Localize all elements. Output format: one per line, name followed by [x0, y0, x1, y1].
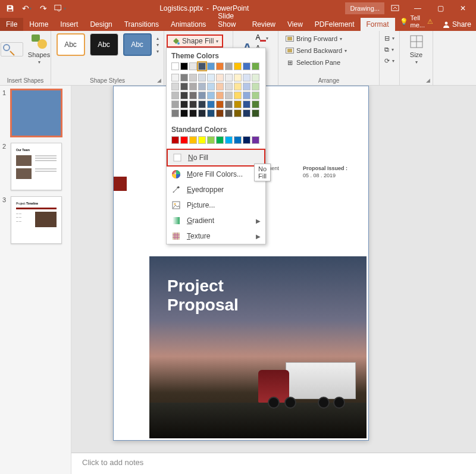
color-swatch[interactable]: [180, 74, 188, 81]
shape-style-preset-3[interactable]: Abc: [123, 33, 152, 56]
selection-pane-button[interactable]: ⊞Selection Pane: [283, 57, 343, 68]
dialog-launcher-size[interactable]: ◢: [424, 77, 431, 84]
color-swatch[interactable]: [180, 62, 188, 70]
color-swatch[interactable]: [180, 83, 188, 90]
tab-animations[interactable]: Animations: [165, 18, 212, 31]
tab-design[interactable]: Design: [84, 18, 118, 31]
color-swatch[interactable]: [225, 74, 233, 81]
text-fill-button[interactable]: A▾: [255, 33, 268, 42]
align-button[interactable]: ⊟▾: [382, 33, 397, 43]
send-backward-button[interactable]: Send Backward ▾: [283, 45, 349, 56]
shape-style-preset-2[interactable]: Abc: [90, 33, 118, 56]
color-swatch[interactable]: [198, 101, 206, 108]
edit-shape-button[interactable]: [0, 42, 24, 56]
color-swatch[interactable]: [207, 74, 215, 81]
shapes-gallery-button[interactable]: Shapes▾: [27, 33, 51, 65]
color-swatch[interactable]: [198, 83, 206, 90]
color-swatch[interactable]: [180, 101, 188, 108]
color-swatch[interactable]: [252, 109, 259, 117]
color-swatch[interactable]: [198, 136, 206, 144]
no-fill-item[interactable]: No Fill: [167, 149, 265, 167]
color-swatch[interactable]: [207, 62, 215, 70]
notes-pane[interactable]: Click to add notes: [71, 453, 476, 474]
color-swatch[interactable]: [189, 83, 197, 90]
color-swatch[interactable]: [198, 62, 206, 70]
color-swatch[interactable]: [243, 92, 250, 99]
color-swatch[interactable]: [234, 92, 242, 99]
save-icon[interactable]: [2, 1, 18, 15]
color-swatch[interactable]: [207, 109, 215, 117]
color-swatch[interactable]: [234, 83, 242, 90]
color-swatch[interactable]: [198, 109, 206, 117]
color-swatch[interactable]: [225, 109, 233, 117]
color-swatch[interactable]: [243, 74, 250, 81]
color-swatch[interactable]: [234, 74, 242, 81]
color-swatch[interactable]: [189, 109, 197, 117]
color-swatch[interactable]: [180, 136, 188, 144]
slide-thumbnail-2[interactable]: Our Team: [11, 143, 62, 190]
color-swatch[interactable]: [171, 101, 179, 108]
close-icon[interactable]: ✕: [452, 1, 474, 15]
color-swatch[interactable]: [234, 109, 242, 117]
color-swatch[interactable]: [252, 101, 259, 108]
color-swatch[interactable]: [225, 62, 233, 70]
color-swatch[interactable]: [225, 83, 233, 90]
color-swatch[interactable]: [225, 101, 233, 108]
color-swatch[interactable]: [171, 62, 179, 70]
color-swatch[interactable]: [180, 109, 188, 117]
color-swatch[interactable]: [252, 62, 259, 70]
more-fill-colors-item[interactable]: More Fill Colors...: [167, 167, 265, 182]
color-swatch[interactable]: [189, 101, 197, 108]
color-swatch[interactable]: [198, 74, 206, 81]
color-swatch[interactable]: [252, 74, 259, 81]
color-swatch[interactable]: [216, 92, 224, 99]
tab-file[interactable]: File: [0, 18, 23, 31]
slide-thumbnail-pane[interactable]: 1 2 Our Team 3 Project Timeline — —— ——: [0, 86, 71, 474]
rotate-button[interactable]: ⟳▾: [382, 56, 397, 66]
tab-pdfelement[interactable]: PDFelement: [309, 18, 361, 31]
tab-review[interactable]: Review: [246, 18, 281, 31]
color-swatch[interactable]: [216, 109, 224, 117]
color-swatch[interactable]: [207, 136, 215, 144]
eyedropper-item[interactable]: Eyedropper: [167, 182, 265, 197]
picture-item[interactable]: Picture...: [167, 197, 265, 213]
color-swatch[interactable]: [189, 92, 197, 99]
color-swatch[interactable]: [171, 83, 179, 90]
color-swatch[interactable]: [171, 136, 179, 144]
share-button[interactable]: Share: [438, 18, 476, 31]
undo-icon[interactable]: ↶▾: [19, 1, 35, 15]
color-swatch[interactable]: [216, 136, 224, 144]
color-swatch[interactable]: [216, 62, 224, 70]
color-swatch[interactable]: [189, 62, 197, 70]
color-swatch[interactable]: [252, 83, 259, 90]
tab-insert[interactable]: Insert: [54, 18, 84, 31]
color-swatch[interactable]: [189, 136, 197, 144]
size-button[interactable]: Size▾: [405, 33, 428, 65]
color-swatch[interactable]: [234, 136, 242, 144]
tab-home[interactable]: Home: [23, 18, 54, 31]
bring-forward-button[interactable]: Bring Forward ▾: [283, 33, 345, 44]
color-swatch[interactable]: [252, 92, 259, 99]
color-swatch[interactable]: [216, 101, 224, 108]
color-swatch[interactable]: [216, 83, 224, 90]
color-swatch[interactable]: [180, 92, 188, 99]
color-swatch[interactable]: [243, 101, 250, 108]
color-swatch[interactable]: [207, 83, 215, 90]
color-swatch[interactable]: [225, 136, 233, 144]
color-swatch[interactable]: [189, 74, 197, 81]
tab-view[interactable]: View: [281, 18, 309, 31]
color-swatch[interactable]: [225, 92, 233, 99]
color-swatch[interactable]: [207, 101, 215, 108]
color-swatch[interactable]: [207, 92, 215, 99]
color-swatch[interactable]: [216, 74, 224, 81]
color-swatch[interactable]: [171, 74, 179, 81]
color-swatch[interactable]: [171, 109, 179, 117]
tab-format[interactable]: Format: [361, 18, 395, 31]
texture-item[interactable]: Texture ▶: [167, 228, 265, 244]
color-swatch[interactable]: [198, 92, 206, 99]
color-swatch[interactable]: [243, 62, 250, 70]
slide-thumbnail-1[interactable]: [11, 89, 62, 137]
color-swatch[interactable]: [243, 109, 250, 117]
color-swatch[interactable]: [171, 92, 179, 99]
color-swatch[interactable]: [243, 136, 250, 144]
